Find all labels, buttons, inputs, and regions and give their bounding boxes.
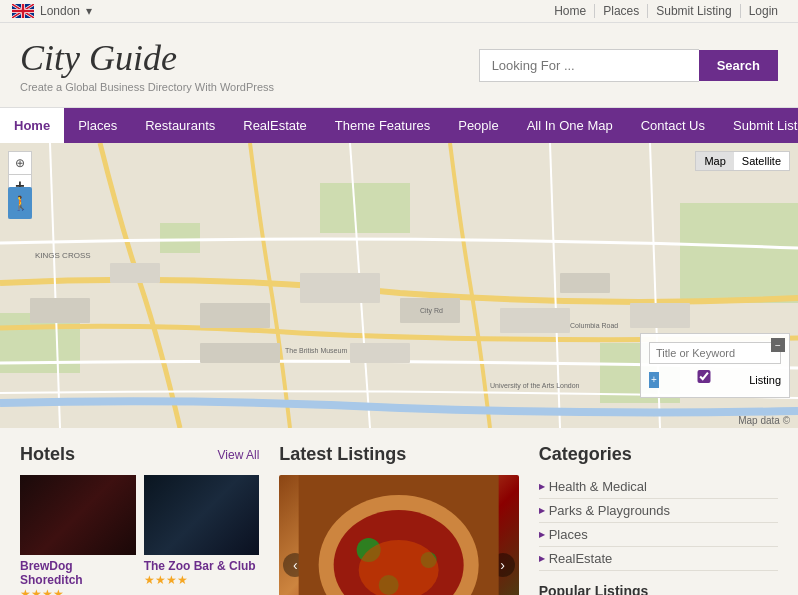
map-section: KINGS CROSS The British Museum City Rd U… [0, 143, 798, 428]
svg-rect-16 [350, 343, 410, 363]
location-selector[interactable]: London ▾ [12, 4, 92, 18]
top-nav-submit[interactable]: Submit Listing [648, 4, 740, 18]
nav-item-restaurants[interactable]: Restaurants [131, 108, 229, 143]
hotel-image-2 [144, 475, 260, 555]
nav-item-people[interactable]: People [444, 108, 512, 143]
hotels-header: Hotels View All [20, 444, 259, 465]
site-subtitle: Create a Global Business Directory With … [20, 81, 274, 93]
top-nav-places[interactable]: Places [595, 4, 648, 18]
svg-rect-13 [560, 273, 610, 293]
svg-rect-5 [160, 223, 200, 253]
nav-item-theme[interactable]: Theme Features [321, 108, 444, 143]
svg-text:Columbia Road: Columbia Road [570, 322, 618, 329]
map-listing-filter: + Listing [649, 370, 781, 389]
hotel-name-2: The Zoo Bar & Club [144, 559, 260, 573]
uk-flag-icon [12, 4, 34, 18]
category-item-1: Health & Medical [539, 475, 778, 499]
hotels-view-all[interactable]: View All [218, 448, 260, 462]
map-overlay-collapse[interactable]: − [771, 338, 785, 352]
category-item-3: Places [539, 523, 778, 547]
nav-item-contact[interactable]: Contact Us [627, 108, 719, 143]
location-chevron: ▾ [86, 4, 92, 18]
listings-title: Latest Listings [279, 444, 406, 465]
hotel-stars-1: ★★★★ [20, 587, 136, 595]
svg-rect-3 [680, 203, 798, 303]
categories-list: Health & Medical Parks & Playgrounds Pla… [539, 475, 778, 571]
map-view-map[interactable]: Map [696, 152, 733, 170]
hotels-section: Hotels View All BrewDog Shoreditch ★★★★ … [20, 444, 259, 595]
categories-section: Categories Health & Medical Parks & Play… [539, 444, 778, 595]
location-label: London [40, 4, 80, 18]
svg-text:The British Museum: The British Museum [285, 347, 347, 354]
svg-rect-9 [200, 303, 270, 328]
map-attribution: Map data © [738, 415, 790, 426]
category-link-2[interactable]: Parks & Playgrounds [539, 503, 778, 518]
categories-title: Categories [539, 444, 632, 465]
svg-text:City Rd: City Rd [420, 307, 443, 315]
search-button[interactable]: Search [699, 50, 778, 81]
svg-rect-7 [30, 298, 90, 323]
nav-item-places[interactable]: Places [64, 108, 131, 143]
map-pan-button[interactable]: ⊕ [8, 151, 32, 175]
nav-item-submit[interactable]: Submit Listing [719, 108, 798, 143]
header-search: Search [479, 49, 778, 82]
svg-rect-15 [200, 343, 280, 363]
top-nav: Home Places Submit Listing Login [546, 4, 786, 18]
category-item-4: RealEstate [539, 547, 778, 571]
hotel-card-2: The Zoo Bar & Club ★★★★ [144, 475, 260, 595]
search-input[interactable] [479, 49, 699, 82]
popular-listings-title: Popular Listings [539, 583, 778, 595]
category-link-3[interactable]: Places [539, 527, 778, 542]
category-item-2: Parks & Playgrounds [539, 499, 778, 523]
site-branding: City Guide Create a Global Business Dire… [20, 37, 274, 93]
map-listing-add[interactable]: + [649, 372, 659, 388]
site-title: City Guide [20, 37, 274, 79]
listings-header: Latest Listings [279, 444, 518, 465]
map-view-satellite[interactable]: Satellite [734, 152, 789, 170]
nav-item-home[interactable]: Home [0, 108, 64, 143]
hotel-card-1: BrewDog Shoreditch ★★★★ [20, 475, 136, 595]
map-streetview[interactable]: 🚶 [8, 187, 32, 219]
nav-item-allmap[interactable]: All In One Map [513, 108, 627, 143]
top-bar: London ▾ Home Places Submit Listing Logi… [0, 0, 798, 23]
map-view-toggle: Map Satellite [695, 151, 790, 171]
top-nav-home[interactable]: Home [546, 4, 595, 18]
map-search-overlay: − + Listing [640, 333, 790, 398]
hotel-cards: BrewDog Shoreditch ★★★★ The Zoo Bar & Cl… [20, 475, 259, 595]
hotel-name-1: BrewDog Shoreditch [20, 559, 136, 587]
hotels-title: Hotels [20, 444, 75, 465]
main-nav: Home Places Restaurants RealEstate Theme… [0, 108, 798, 143]
svg-text:University of the Arts London: University of the Arts London [490, 382, 580, 390]
map-listing-label: Listing [749, 374, 781, 386]
svg-rect-14 [630, 303, 690, 328]
listings-section: Latest Listings ‹ › [279, 444, 518, 595]
nav-item-realestate[interactable]: RealEstate [229, 108, 321, 143]
listing-featured-image: ‹ › [279, 475, 518, 595]
map-listing-checkbox[interactable] [663, 370, 745, 383]
svg-text:KINGS CROSS: KINGS CROSS [35, 251, 91, 260]
categories-header: Categories [539, 444, 778, 465]
svg-rect-10 [300, 273, 380, 303]
top-nav-login[interactable]: Login [741, 4, 786, 18]
map-keyword-input[interactable] [649, 342, 781, 364]
svg-rect-6 [320, 183, 410, 233]
svg-rect-8 [110, 263, 160, 283]
category-link-4[interactable]: RealEstate [539, 551, 778, 566]
hotel-stars-2: ★★★★ [144, 573, 260, 587]
main-content: Hotels View All BrewDog Shoreditch ★★★★ … [0, 428, 798, 595]
category-link-1[interactable]: Health & Medical [539, 479, 778, 494]
site-header: City Guide Create a Global Business Dire… [0, 23, 798, 108]
hotel-image-1 [20, 475, 136, 555]
svg-rect-12 [500, 308, 570, 333]
